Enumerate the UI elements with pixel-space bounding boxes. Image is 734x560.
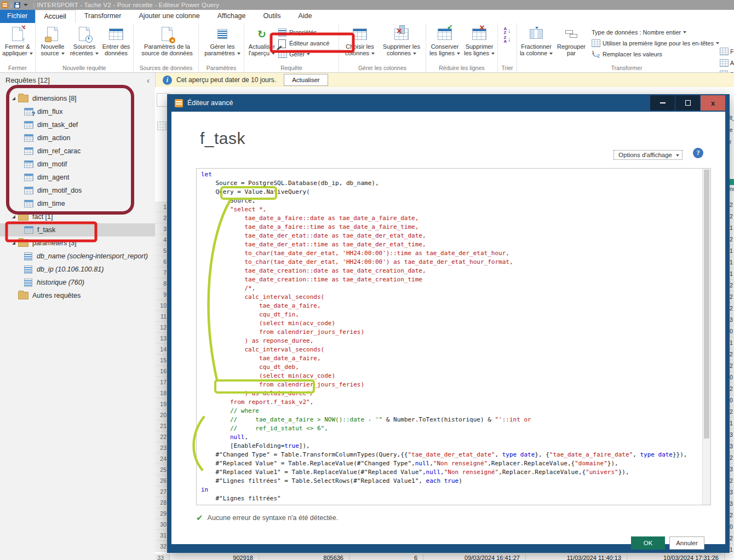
column-header-fragment <box>730 179 734 185</box>
expanded-caret-icon[interactable] <box>12 241 15 245</box>
row-number: 22 <box>155 431 167 442</box>
new-source-button[interactable]: Nouvelle source <box>37 25 68 56</box>
collapse-pane-icon[interactable]: ‹ <box>147 77 150 84</box>
row-number: 18 <box>155 388 167 399</box>
sidebar-item-label: fact [1] <box>32 213 53 221</box>
folder-icon <box>18 213 28 221</box>
manage-button[interactable]: Gérer <box>278 49 329 60</box>
expanded-caret-icon[interactable] <box>12 97 15 100</box>
sidebar-item-dim_ref_carac[interactable]: dim_ref_carac <box>0 145 155 158</box>
row-number: 7 <box>155 267 167 278</box>
row-number: 25 <box>155 464 167 475</box>
tab-outils[interactable]: Outils <box>255 10 290 23</box>
maximize-button[interactable] <box>675 95 700 111</box>
quick-access-caret-icon[interactable] <box>24 4 28 6</box>
merge-queries-icon[interactable] <box>720 48 729 55</box>
cancel-button[interactable]: Annuler <box>669 536 704 550</box>
manage-parameters-button[interactable]: Gérer les paramètres <box>202 25 243 56</box>
tab-transformer[interactable]: Transformer <box>76 10 130 23</box>
sidebar-item-dim_flux[interactable]: ?dim_flux <box>0 105 155 118</box>
data-source-settings-button[interactable]: Paramètres de la source de données <box>138 25 196 56</box>
keep-rows-button[interactable]: ✔ Conserver les lignes <box>427 25 462 56</box>
sidebar-item-dim_task_def[interactable]: dim_task_def <box>0 118 155 131</box>
sidebar-item-label: db_ip (10.106.100.81) <box>37 265 104 273</box>
refresh-preview-infobar-button[interactable]: Actualiser <box>284 74 328 86</box>
append-queries-icon[interactable] <box>720 59 729 67</box>
table-fragment-text: r <box>730 139 731 145</box>
ok-button[interactable]: OK <box>631 536 665 550</box>
sidebar-item-label: f_task <box>37 226 55 234</box>
row-number: 30 <box>155 519 167 530</box>
display-options-dropdown[interactable]: Options d'affichage <box>613 150 683 160</box>
dialog-title-bar[interactable]: Éditeur avancé x <box>171 94 725 112</box>
group-trier: AZ ↓ ZA ↓ Trier <box>498 23 517 72</box>
cell-value-fragment: 3 <box>730 487 733 498</box>
select-all-corner-icon[interactable] <box>157 122 167 130</box>
sidebar-item-db_name[interactable]: db_name (socleng-intersport_report) <box>0 250 155 263</box>
expanded-caret-icon[interactable] <box>12 215 15 218</box>
table-query-icon <box>24 226 33 234</box>
advanced-editor-button[interactable]: Éditeur avancé <box>278 38 329 49</box>
scrollbar-thumb[interactable] <box>704 170 709 438</box>
sidebar-item-dim_time[interactable]: dim_time <box>0 197 155 210</box>
sidebar-item-fact[interactable]: fact [1] <box>0 210 155 223</box>
first-row-headers-button[interactable]: Utiliser la première ligne pour les en-t… <box>592 38 719 49</box>
save-icon[interactable] <box>14 2 20 8</box>
parameter-icon <box>24 252 32 261</box>
properties-button[interactable]: Propriétés <box>278 27 329 38</box>
sort-ascending-button[interactable]: AZ ↓ <box>504 26 511 35</box>
code-line: tae_date_der_etat::date as tae_date_der_… <box>201 232 703 240</box>
code-line: #"Lignes filtrées" <box>201 494 703 503</box>
minimize-button[interactable] <box>650 95 675 111</box>
refresh-preview-button[interactable]: ↻ Actualiser l'aperçu <box>245 25 278 56</box>
choose-columns-button[interactable]: Choisir les colonnes <box>340 25 380 56</box>
table-cell: 11/03/2024 11:40:13 <box>526 554 627 560</box>
cell-value-fragment: 0 <box>730 395 733 406</box>
sidebar-item-dim_motif_dos[interactable]: dim_motif_dos <box>0 184 155 197</box>
group-label: Requête <box>244 64 339 72</box>
sidebar-item-dim_action[interactable]: dim_action <box>0 131 155 145</box>
tab-affichage[interactable]: Affichage <box>209 10 255 23</box>
m-code-editor[interactable]: let Source = PostgreSQL.Database(db_ip, … <box>196 168 711 505</box>
table-cell: 10/03/2024 17:31:26 <box>627 554 725 560</box>
separator: | <box>33 2 35 8</box>
sidebar-item-dim_agent[interactable]: dim_agent <box>0 171 155 184</box>
advanced-editor-dialog-icon <box>175 99 183 107</box>
help-icon[interactable]: ? <box>693 148 703 158</box>
remove-rows-button[interactable]: × Supprimer les lignes <box>462 25 496 56</box>
split-column-button[interactable]: Fractionner la colonne <box>518 25 554 56</box>
sidebar-item-Autres[interactable]: Autres requêtes <box>0 289 155 302</box>
sidebar-item-dimensions[interactable]: dimensions [8] <box>0 92 155 105</box>
sidebar-item-db_ip[interactable]: db_ip (10.106.100.81) <box>0 263 155 276</box>
sidebar-item-historique[interactable]: historique (760) <box>0 276 155 289</box>
tab-accueil[interactable]: Accueil <box>35 10 76 23</box>
table-query-icon <box>24 147 33 155</box>
cell-value-fragment: 2 <box>730 475 733 487</box>
sort-descending-button[interactable]: ZA ↓ <box>504 35 511 44</box>
recent-sources-icon <box>79 27 90 41</box>
replace-values-button[interactable]: 12 Remplacer les valeurs <box>592 49 719 60</box>
close-apply-button[interactable]: ×↑ Fermer & appliquer <box>1 25 34 56</box>
info-icon: i <box>163 76 172 85</box>
code-line: let <box>201 170 703 179</box>
new-source-icon <box>47 27 58 41</box>
row-number: 16 <box>155 366 167 377</box>
chevron-down-icon <box>549 53 553 55</box>
group-label: Gérer les colonnes <box>339 64 426 72</box>
sidebar-item-f_task[interactable]: f_task <box>0 223 155 236</box>
group-by-button[interactable]: Regrouper par <box>554 25 588 56</box>
parameter-icon <box>24 279 32 287</box>
recent-sources-button[interactable]: Sources récentes <box>68 25 100 56</box>
data-type-button[interactable]: Type de données : Nombre entier <box>592 27 719 38</box>
manage-parameters-icon <box>217 29 227 39</box>
tab-ajouter-une-colonne[interactable]: Ajouter une colonne <box>130 10 208 23</box>
tab-fichier[interactable]: Fichier <box>0 10 35 23</box>
close-button[interactable]: x <box>701 95 725 111</box>
enter-data-button[interactable]: Entrer des données <box>100 25 132 56</box>
sidebar-item-dim_motif[interactable]: dim_motif <box>0 158 155 171</box>
ribbon-tabs: Fichier Accueil Transformer Ajouter une … <box>0 10 734 24</box>
editor-scrollbar[interactable] <box>702 169 710 505</box>
sidebar-item-parameters[interactable]: parameters [3] <box>0 236 155 250</box>
remove-columns-button[interactable]: × Supprimer les colonnes <box>380 25 423 56</box>
tab-aide[interactable]: Aide <box>289 10 320 23</box>
